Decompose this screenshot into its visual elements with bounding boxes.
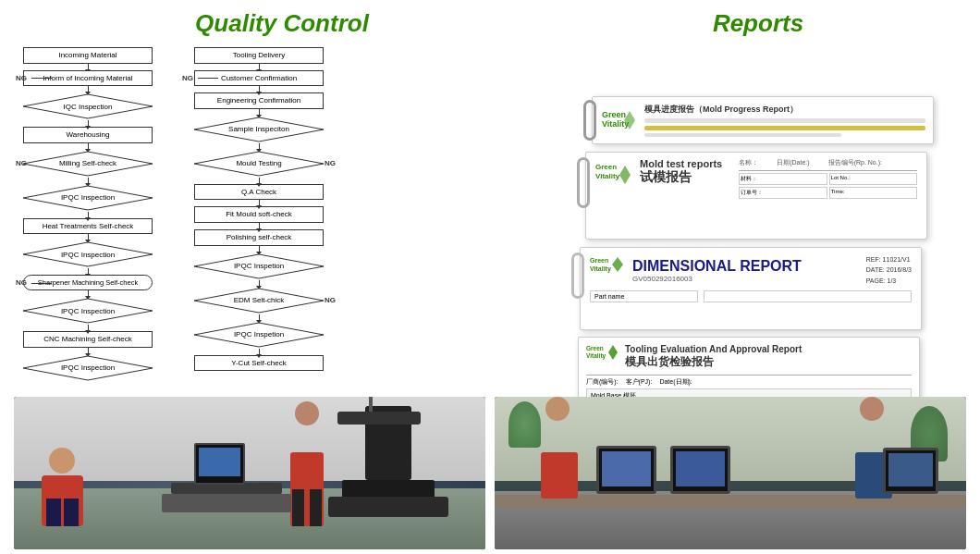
report-card-progress: Green Vitality 模具进度报告（Mold Progress Repo… <box>592 96 934 144</box>
fc-node-milling: Milling Self-check <box>21 150 155 178</box>
fc-arrow <box>88 178 89 184</box>
paperclip-1 <box>583 100 596 141</box>
fc-node-ipqc5: IPQC Inspetion <box>192 252 326 280</box>
measurement-table <box>162 494 291 512</box>
fc-arrow <box>88 143 89 150</box>
monitor-4 <box>883 448 938 494</box>
fc-node-sample: Sample Inspeciton <box>192 116 326 143</box>
photo-cmm-lab <box>14 397 485 549</box>
worker-2-head <box>295 401 319 425</box>
fc-node-ipqc1: IPQC Inspection <box>21 184 155 212</box>
worker-2-body <box>290 452 324 526</box>
ng-label-1: NG <box>16 74 27 82</box>
fc-node-tooling-delivery: Tooling Delivery <box>194 47 324 64</box>
worker-1-body <box>42 475 83 526</box>
fc-arrow <box>259 143 260 150</box>
card3-subtitle: GV050292016003 <box>632 275 802 283</box>
worker-1-head <box>49 448 75 474</box>
reports-title: Reports <box>550 9 966 38</box>
plant-2 <box>508 401 541 448</box>
fc-node-ipqc3: IPQC Inspection <box>21 297 155 325</box>
fc-arrow <box>259 246 260 252</box>
card3-title: DIMENSIONAL REPORT <box>632 258 802 275</box>
fc-node-ipqc2: IPQC Inspection <box>21 240 155 268</box>
fc-arrow <box>88 64 89 70</box>
monitor <box>194 443 245 485</box>
report-card-mold-test: Green Vitality Mold test reports 试模报告 名称… <box>585 152 927 240</box>
svg-text:Vitality: Vitality <box>595 172 620 180</box>
fc-arrow <box>259 223 260 229</box>
card2-subtitle: 试模报告 <box>640 169 722 186</box>
report-stack: Green Vitality 模具进度报告（Mold Progress Repo… <box>578 96 938 337</box>
ng-label-4: NG <box>182 74 193 82</box>
worker-1 <box>42 475 83 526</box>
fc-arrow <box>88 290 89 297</box>
svg-text:Vitality: Vitality <box>586 352 606 360</box>
fc-arrow <box>88 86 89 92</box>
photo-office <box>495 397 966 549</box>
fc-node-ipqc6: IPQC Inspetion <box>192 321 326 349</box>
fc-node-iqc: IQC Inspection <box>21 92 155 120</box>
fc-arrow <box>259 178 260 184</box>
worker-2 <box>290 452 324 526</box>
paperclip-2 <box>577 157 590 208</box>
card3-date: DATE: 2016/8/3 <box>866 265 912 275</box>
fc-node-ipqc4: IPQC Inspection <box>21 354 155 382</box>
fc-arrow <box>259 349 260 355</box>
fc-arrow <box>88 120 89 127</box>
svg-text:Green: Green <box>595 163 617 171</box>
fc-node-incoming-material: Incoming Material <box>23 47 153 64</box>
worker-3-head <box>545 397 570 421</box>
monitor-3 <box>670 446 730 494</box>
fc-arrow <box>88 268 89 275</box>
fc-arrow <box>88 325 89 331</box>
logo-1: Green Vitality <box>600 106 639 134</box>
worker-3 <box>541 452 578 499</box>
card4-title: Tooling Evaluation And Approval Report <box>625 344 802 354</box>
reports-area: Green Vitality 模具进度报告（Mold Progress Repo… <box>550 45 966 388</box>
fc-arrow <box>259 86 260 92</box>
svg-marker-16 <box>619 166 631 184</box>
card2-title: Mold test reports <box>640 158 722 169</box>
fc-arrow <box>88 212 89 218</box>
svg-text:Vitality: Vitality <box>590 265 611 273</box>
svg-text:Green: Green <box>590 257 608 264</box>
quality-control-title: Quality Control <box>14 9 550 38</box>
fc-arrow <box>259 109 260 116</box>
card3-ref: REF: 11021/V1 <box>866 254 912 265</box>
svg-text:Green: Green <box>602 110 626 119</box>
fc-arrow <box>259 314 260 321</box>
fc-arrow <box>259 200 260 206</box>
paperclip-3 <box>571 252 584 299</box>
cmm-machine <box>328 397 448 517</box>
card4-subtitle: 模具出货检验报告 <box>625 354 802 370</box>
svg-marker-22 <box>608 345 618 360</box>
svg-text:Green: Green <box>586 345 604 351</box>
monitor-2 <box>596 446 656 494</box>
svg-marker-19 <box>612 257 623 272</box>
card3-page: PAGE: 1/3 <box>866 276 912 286</box>
report-card-dimensional: Green Vitality DIMENSIONAL REPORT GV0502… <box>580 247 922 330</box>
card1-title: 模具进度报告（Mold Progress Report） <box>644 104 925 116</box>
fc-arrow <box>88 348 89 354</box>
ng-label-6: NG <box>325 296 336 304</box>
fc-arrow <box>259 280 260 287</box>
bottom-photos-area <box>0 392 980 554</box>
worker-3-body <box>541 452 578 499</box>
fc-arrow <box>88 234 89 240</box>
fc-node-edm: EDM Selt-chick <box>192 287 326 314</box>
worker-4-head <box>860 397 884 421</box>
ng-label-5: NG <box>325 159 336 167</box>
fc-arrow <box>259 64 260 70</box>
ng-label-3: NG <box>16 278 27 287</box>
fc-node-mould-testing: Mould Testing <box>192 150 326 178</box>
